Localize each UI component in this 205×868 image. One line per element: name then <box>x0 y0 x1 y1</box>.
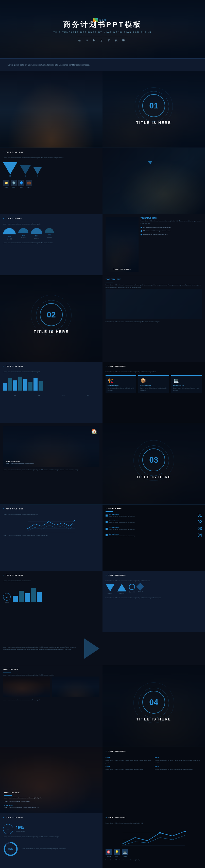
semi-1: 60% Item 01 <box>3 228 16 241</box>
right-text-block: YOUR TITLE HERE Lorem ipsum dolor sit am… <box>141 217 202 272</box>
photo-grid-2 <box>3 677 99 697</box>
slide-your-title-label: YouR TITLe HERE Lorem ipsum dolor sit am… <box>102 275 205 362</box>
semi-2: 45% Item 02 <box>18 228 28 241</box>
svg-point-13 <box>184 830 186 832</box>
grid-card-1: 🏗️ Pellentesque Lorem ipsum dolor sit am… <box>106 375 136 393</box>
slide-bullets: » YOUR TITLE HERE Lorem ipsum dolor sit … <box>102 571 205 632</box>
two-col-grid: Lorem Lorem ipsum dolor sit amet, consec… <box>106 757 202 771</box>
title-stats: YOUR TITLE HERE <box>6 817 23 818</box>
slide-bar-content: » YOUR TITLE HERE Lorem ipsum dolor sit … <box>0 362 102 423</box>
right-photo-content: YOUR TITLE HERE YOUR TITLE HERE Lorem ip… <box>106 217 202 272</box>
slide-data-list: YOUR TITLE HERE Lorem ipsum dolor sit am… <box>102 505 205 570</box>
row-6: YOUR TITLE HERE Lorem ipsum dolor sit am… <box>0 423 205 504</box>
tri-item-1: 01 <box>3 162 17 177</box>
shape-items: Item 01 Item 02 Item 03 Item 04 <box>106 584 202 595</box>
bar-6 <box>28 382 32 391</box>
photo-city-night: YOUR TITLE HERE <box>106 217 139 272</box>
colored-label: TITLE HERE Lorem ipsum dolor sit amet co… <box>4 805 98 809</box>
slide-s02-title: 02 TITLE IS HERE <box>0 275 102 362</box>
header-triangles: » YOUR TITLE HERE <box>3 151 99 153</box>
icon-b1: 📁 Item <box>3 180 9 188</box>
photo-right-label <box>106 289 202 319</box>
slide-semicircle: » YOUR TiLe HERE Lorem ipsum dolor sit a… <box>0 214 102 275</box>
slide-cover: 演亮网 商务计划书PPT模板 THIS TEMPLATE DESIGNED BY… <box>0 0 205 58</box>
bar-chart-1 <box>3 375 99 391</box>
photo-04a <box>3 677 50 697</box>
header-3icon: » YOUR TITLE HERE <box>106 365 202 367</box>
cover-divider <box>77 37 128 37</box>
slide-s01-title: 01 TITLE IS HERE <box>102 71 205 148</box>
bar-2 <box>8 378 12 391</box>
data-item-1: Lorem ipsum dolor sit amet consectetuer … <box>106 513 202 518</box>
data-item-2: Lorem ipsum dolor sit amet consectetuer … <box>106 520 202 524</box>
bullet-list-1: Lorem ipsum dolor sit amet consectetuer.… <box>141 226 202 236</box>
photo-bridge-caption: YOUR TITLE HERE Lorem ipsum dolor sit am… <box>6 461 34 465</box>
icon-box-b4: 💼 <box>26 180 32 186</box>
icon-row-bottom: 📁 Item ⚙️ Item 🔷 Item 💼 Item <box>3 180 99 188</box>
bar-chart-2 <box>13 587 99 602</box>
bar-labels: Q1 Q2 Q3 Q4 <box>3 394 99 397</box>
header-semi: » YOUR TiLe HERE <box>3 217 99 219</box>
title-icon-chart: YOUR TITLE HERE <box>108 817 126 818</box>
row-8: » YOUR TITLE HERE Lorem ipsum dolor sit … <box>0 571 205 632</box>
slide-right-triangles: » YOUR TITLE HERE LOREM IPSUM Lorem ipsu… <box>102 148 205 214</box>
stat-85: 85% Lorem ipsum dolor sit amet, consecte… <box>3 841 99 857</box>
section-02-content: 02 TITLE IS HERE <box>0 275 102 362</box>
row-1: 目录 ELEMENTS 📋 +1 📊 +2 🏢 +3 📈 +4 Lorem ip… <box>0 71 205 148</box>
title-text-2col: YOUR TITLE HERE <box>108 750 126 752</box>
slide-intro: Lorem ipsum dolor sit amet, consectetuer… <box>0 58 205 71</box>
slide-arrow-full: Lorem ipsum dolor sit amet, consectetuer… <box>0 632 205 665</box>
svg-line-chart <box>3 518 99 533</box>
photo-04b <box>52 677 99 697</box>
house-icon: 🏠 <box>91 428 97 434</box>
bullet-3: Consectetuer adipiscing elit porttitor. <box>141 234 202 236</box>
title-semi: YOUR TiLe HERE <box>6 218 22 219</box>
section-01-content: 01 TITLE IS HERE <box>102 71 205 148</box>
header-text-2col: » YOUR TITLE HERE <box>106 750 202 752</box>
tri-shape-3 <box>33 167 42 175</box>
row-7: » YOUR TITLE HERE Lorem ipsum dolor sit … <box>0 505 205 570</box>
bullet-1: Lorem ipsum dolor sit amet consectetuer. <box>141 226 202 228</box>
bar-3 <box>13 380 17 391</box>
header-icon-chart: » YOUR TITLE HERE <box>106 816 202 818</box>
row-10: YOUR TITLE HERE Lorem ipsum dolor sit am… <box>0 747 205 813</box>
icon-b2: ⚙️ Item <box>11 180 17 188</box>
slide-bar2: » YOUR TITLE HERE Lorem ipsum dolor sit … <box>0 571 102 632</box>
header-stats: » YOUR TITLE HERE <box>3 816 99 818</box>
bar-4 <box>18 377 22 391</box>
bar-num-row: 3 Items <box>3 585 99 604</box>
row-5: » YOUR TITLE HERE Lorem ipsum dolor sit … <box>0 362 205 423</box>
col-1: Lorem Lorem ipsum dolor sit amet, consec… <box>106 757 153 771</box>
icon-box-b1: 📁 <box>3 180 9 186</box>
title-bullets: YOUR TITLE HERE <box>108 575 126 576</box>
svg-point-12 <box>159 832 161 834</box>
row-11: » YOUR TITLE HERE + 15% Lorem ipsum Lore… <box>0 813 205 868</box>
slide-left-04: YOUR TITLE HERE Lorem ipsum dolor sit am… <box>0 665 102 747</box>
slide-icon-chart: » YOUR TITLE HERE Lorem ipsum dolor sit … <box>102 813 205 868</box>
title-line-chart: YOUR TITLE HERE <box>6 508 23 510</box>
svg-point-5 <box>48 521 49 522</box>
lorem-triangles: Lorem ipsum dolor sit amet consectetuer … <box>3 157 99 159</box>
slide-photo-left: YOUR TITLE HERE Lorem ipsum dolor sit am… <box>0 423 102 504</box>
bottom-icons: 🎯 Target 💡 Idea 💻 Digital <box>106 849 202 857</box>
photo-right-tri <box>106 161 131 179</box>
tri-shape-2 <box>20 165 31 175</box>
deco-circle-2 <box>135 87 173 125</box>
triangles-group: 01 02 03 <box>3 162 99 177</box>
title-triangles: YOUR TITLE HERE <box>6 151 23 153</box>
slide-stats: » YOUR TITLE HERE + 15% Lorem ipsum Lore… <box>0 813 102 868</box>
row-9: YOUR TITLE HERE Lorem ipsum dolor sit am… <box>0 665 205 747</box>
slide-s03-title: 03 TITLE IS HERE <box>102 423 205 504</box>
sunset-content: YOUR TITLE HERE Lorem ipsum dolor sit am… <box>0 747 102 813</box>
cover-subtitle-en: THIS TEMPLATE DESIGNED BY XIAO-WANG DIAN… <box>54 31 152 33</box>
header-line-chart: » YOUR TITLE HERE <box>3 508 99 510</box>
big-arrow <box>84 639 99 659</box>
three-icon-grid: 🏗️ Pellentesque Lorem ipsum dolor sit am… <box>106 375 202 393</box>
photo-row: Lorem ipsum dolor sit amet consectetuer … <box>3 97 99 110</box>
title-3icon: YOUR TITLE HERE <box>108 366 126 367</box>
header-bar: » YOUR TITLE HERE <box>3 365 99 367</box>
grid-card-2: 📦 Pellentesque Lorem ipsum dolor sit ame… <box>138 375 169 393</box>
photo-bridge: YOUR TITLE HERE Lorem ipsum dolor sit am… <box>3 426 99 467</box>
percent-15: 15% <box>16 826 25 830</box>
right-tri-content: Lorem ipsum amet consectetuer adipiscing… <box>106 161 202 179</box>
